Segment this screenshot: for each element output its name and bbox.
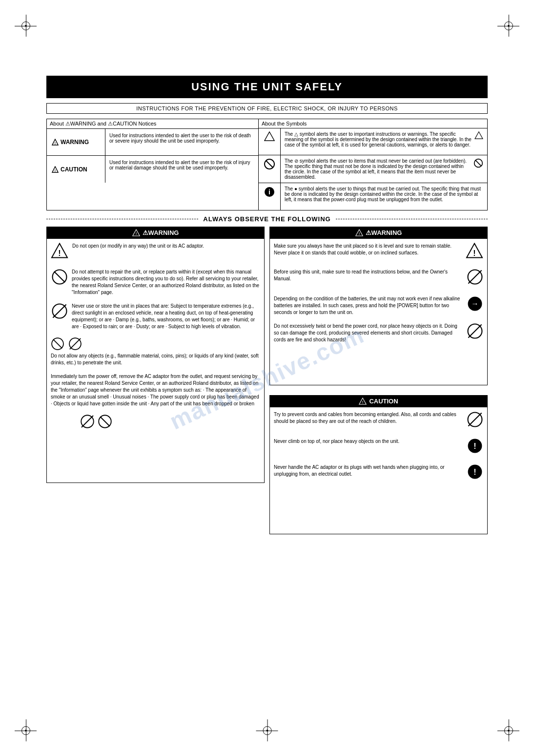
instructions-bar: INSTRUCTIONS FOR THE PREVENTION OF FIRE,… <box>46 103 488 114</box>
symbol-circle-slash-cell <box>259 155 281 183</box>
left-warning-header-icon: ! <box>132 229 140 236</box>
always-observe-bar: ALWAYS OBSERVE THE FOLLOWING <box>46 215 488 223</box>
svg-line-9 <box>475 160 481 166</box>
about-symbols-header: About the Symbols <box>259 119 487 128</box>
warn-text-45: Do not allow any objects (e.g., flammabl… <box>51 353 260 366</box>
page-title: USING THE UNIT SAFELY <box>191 81 343 93</box>
notice-row-warning: ! WARNING Used for instructions intended… <box>47 129 258 156</box>
svg-text:!: ! <box>135 232 136 235</box>
symbol-circle-slash-icon <box>264 158 275 170</box>
right-warn-item-1: Make sure you always have the unit place… <box>274 243 483 262</box>
warn-circle-slash-small-icon <box>51 337 64 351</box>
symbol-filled-circle-desc: The ● symbol alerts the user to things t… <box>281 183 487 210</box>
caution-header-icon: ! <box>359 398 367 405</box>
left-warning-label: ⚠WARNING <box>143 229 179 236</box>
two-column-warnings: ! ⚠WARNING ! Do not open (or modify in a… <box>46 227 488 534</box>
caution-header: ! CAUTION <box>269 395 488 407</box>
left-warn-item-3: Never use or store the unit in places th… <box>51 303 260 330</box>
always-observe-text: ALWAYS OBSERVE THE FOLLOWING <box>203 215 330 223</box>
symbol-triangle-cell <box>259 128 281 155</box>
left-warn-item-6: Immediately turn the power off, remove t… <box>51 373 260 407</box>
right-warn-text-1: Make sure you always have the unit place… <box>274 243 462 256</box>
about-notices: About ⚠WARNING and ⚠CAUTION Notices ! WA… <box>46 119 258 210</box>
svg-line-17 <box>54 272 64 282</box>
right-warn-text-2: Before using this unit, make sure to rea… <box>274 269 462 282</box>
svg-text:!: ! <box>55 168 56 172</box>
warn-text-3: Never use or store the unit in places th… <box>72 303 260 330</box>
caution-header-label: CAUTION <box>369 398 398 405</box>
caution-text-3: Never handle the AC adaptor or its plugs… <box>274 464 462 478</box>
right-warn-item-3: Depending on the condition of the batter… <box>274 295 483 316</box>
warning-triangle-icon: ! <box>52 139 59 146</box>
symbols-section: About ⚠WARNING and ⚠CAUTION Notices ! WA… <box>46 119 488 210</box>
reg-mark-top-left <box>15 15 37 37</box>
warn-icon-1: ! <box>51 243 68 262</box>
warn-icon-3 <box>51 303 68 323</box>
warn-circle-no-icon-3 <box>51 303 68 319</box>
svg-text:!: ! <box>473 468 476 476</box>
svg-text:!: ! <box>362 400 363 404</box>
warn-circle-no-small-icon <box>68 337 82 351</box>
svg-text:!: ! <box>58 249 61 257</box>
right-warn-icon-1: ! <box>466 243 483 262</box>
about-symbols: About the Symbols The △ symbol alerts th… <box>258 119 488 210</box>
warn-circle-slash-bottom-icon <box>98 414 112 429</box>
caution-icon-3: ! <box>466 464 483 483</box>
left-warn-item-1: ! Do not open (or modify in any way) the… <box>51 243 260 262</box>
dashed-line-right <box>336 219 488 219</box>
caution-exclaim-icon-3: ! <box>467 464 483 480</box>
left-warning-content: ! Do not open (or modify in any way) the… <box>46 239 265 483</box>
right-warning-header: ! ⚠WARNING <box>269 227 488 239</box>
caution-content: Try to prevent cords and cables from bec… <box>269 407 488 534</box>
reg-mark-bottom-center <box>256 719 278 741</box>
caution-triangle-icon: ! <box>52 166 59 173</box>
caution-icon-1 <box>466 411 483 431</box>
symbol-row-filled-circle: i The ● symbol alerts the user to things… <box>259 183 487 210</box>
svg-line-21 <box>53 339 62 348</box>
reg-mark-top-right <box>497 15 519 37</box>
caution-item-2: Never climb on top of, nor place heavy o… <box>274 438 483 457</box>
instructions-text: INSTRUCTIONS FOR THE PREVENTION OF FIRE,… <box>136 105 398 111</box>
caution-exclaim-icon-2: ! <box>467 438 483 454</box>
symbol-triangle-icon <box>264 131 275 141</box>
right-warn-power-icon: → <box>467 295 483 312</box>
right-warn-text-4: Do not excessively twist or bend the pow… <box>274 323 462 343</box>
reg-mark-bottom-left <box>15 719 37 741</box>
warn-text-1: Do not open (or modify in any way) the u… <box>72 243 260 250</box>
right-warn-icon-3: → <box>466 295 483 315</box>
left-warn-item-45: Do not allow any objects (e.g., flammabl… <box>51 337 260 366</box>
warn-triangle-icon-1: ! <box>51 243 68 258</box>
notice-row-caution: ! CAUTION Used for instructions intended… <box>47 156 258 183</box>
symbol-row-triangle: The △ symbol alerts the user to importan… <box>259 128 487 155</box>
symbol-triangle-desc: The △ symbol alerts the user to importan… <box>281 128 487 155</box>
warning-notice-text: Used for instructions intended to alert … <box>105 129 258 155</box>
right-warning-section: ! ⚠WARNING Make sure you always have the… <box>269 227 488 385</box>
symbol-row-circle-slash: The ⊘ symbol alerts the user to items th… <box>259 155 487 183</box>
title-bar: USING THE UNIT SAFELY <box>46 76 488 98</box>
svg-marker-5 <box>475 132 483 139</box>
caution-icon-2: ! <box>466 438 483 457</box>
reg-mark-bottom-right <box>497 719 519 741</box>
caution-circle-no-icon-1 <box>467 411 483 428</box>
warn-text-6: Immediately turn the power off, remove t… <box>51 373 260 407</box>
right-warn-circle-no-icon-4 <box>467 323 483 339</box>
warning-label: ! WARNING <box>47 129 105 155</box>
symbol-circle-slash-desc: The ⊘ symbol alerts the user to items th… <box>281 155 487 183</box>
warn-circle-slash-icon-2 <box>51 269 68 285</box>
warn-icon-2 <box>51 269 68 289</box>
caution-section: ! CAUTION Try to prevent cords and cable… <box>269 395 488 534</box>
caution-text-1: Try to prevent cords and cables from bec… <box>274 411 462 425</box>
svg-text:i: i <box>268 188 270 196</box>
svg-line-7 <box>266 161 273 168</box>
right-warning-label: ⚠WARNING <box>366 229 402 236</box>
symbol-triangle-float-icon <box>474 131 483 139</box>
left-warning-header: ! ⚠WARNING <box>46 227 265 239</box>
svg-text:!: ! <box>358 232 359 235</box>
caution-text-2: Never climb on top of, nor place heavy o… <box>274 438 462 445</box>
right-warn-item-2: Before using this unit, make sure to rea… <box>274 269 483 289</box>
caution-label: ! CAUTION <box>47 156 105 183</box>
right-warn-icon-4 <box>466 323 483 343</box>
symbol-circle-slash-float-icon <box>473 158 483 168</box>
right-warn-item-4: Do not excessively twist or bend the pow… <box>274 323 483 343</box>
svg-line-27 <box>100 417 110 426</box>
